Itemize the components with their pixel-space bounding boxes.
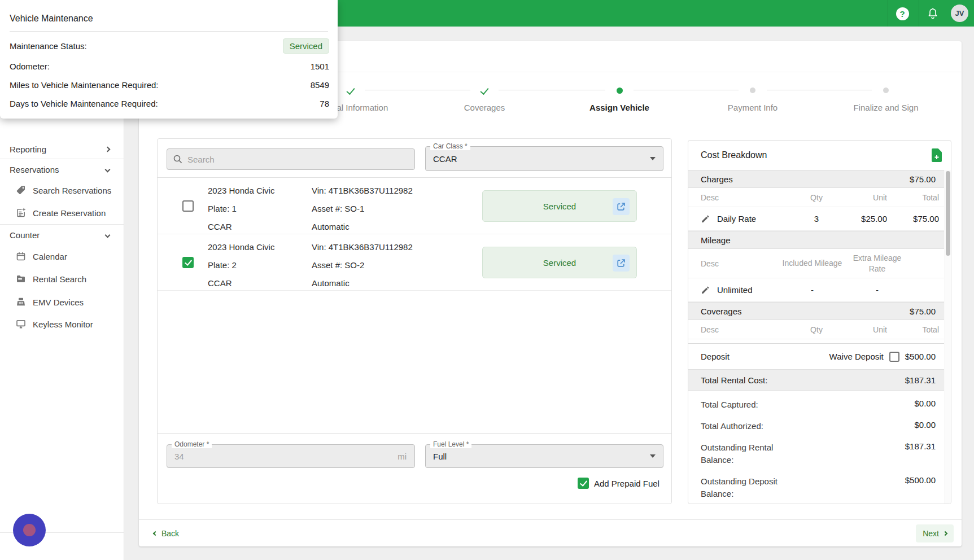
vehicle-vin: Vin: 4T1BK36B37U112982: [312, 182, 470, 200]
edit-pencil-icon[interactable]: [701, 285, 710, 295]
external-link-button[interactable]: [613, 198, 630, 215]
search-icon: [173, 154, 183, 164]
coverages-column-headers: Desc Qty Unit Total: [688, 320, 944, 339]
add-charge-button[interactable]: [931, 148, 943, 163]
header-separator: [919, 0, 919, 27]
deposit-amount: $500.00: [905, 352, 936, 361]
miles-to-maintenance-row: Miles to Vehicle Maintenance Required: 8…: [10, 80, 329, 90]
sidebar-item-keyless-monitor[interactable]: Keyless Monitor: [0, 314, 124, 334]
chevron-left-icon: [153, 531, 158, 536]
mileage-section-header: Mileage: [688, 231, 944, 249]
edit-pencil-icon[interactable]: [701, 214, 710, 224]
cost-breakdown-panel: Cost Breakdown Charges $75.00 Desc Qty U…: [688, 140, 951, 504]
app-screen: ? JV Reporting Reservations Search Reser…: [0, 0, 974, 560]
sidebar-item-counter[interactable]: Counter: [0, 225, 124, 244]
calendar-icon: [15, 251, 27, 262]
notifications-button[interactable]: [924, 5, 942, 23]
days-to-maintenance-row: Days to Vehicle Maintenance Required: 78: [10, 99, 329, 108]
spacer: [688, 339, 944, 343]
monitor-icon: [15, 318, 27, 330]
maintenance-status-row: Maintenance Status: Serviced: [10, 38, 329, 54]
maintenance-status-button[interactable]: Serviced: [482, 190, 637, 222]
vehicle-row[interactable]: 2023 Honda Civic Plate: 2 CCAR Vin: 4T1B…: [158, 234, 671, 291]
prepaid-fuel-checkbox[interactable]: [578, 478, 589, 489]
record-dot-icon: [23, 524, 36, 536]
charge-row-daily-rate: Daily Rate 3 $25.00 $75.00: [688, 207, 944, 231]
vehicle-asset: Asset #: SO-1: [312, 200, 470, 218]
sidebar-item-rental-search[interactable]: Rental Search: [0, 269, 124, 288]
status-badge: Serviced: [283, 38, 329, 54]
maintenance-status-button[interactable]: Serviced: [482, 247, 637, 278]
external-link-button[interactable]: [613, 255, 630, 272]
charges-total: $75.00: [910, 174, 936, 184]
vehicle-checkbox[interactable]: [182, 200, 194, 212]
pending-step-dot: [883, 88, 889, 93]
back-button[interactable]: Back: [147, 524, 186, 542]
sidebar-item-reservations[interactable]: Reservations: [0, 160, 124, 179]
outstanding-rental-balance-row: Outstanding Rental Balance: $187.31: [688, 437, 944, 471]
vehicle-vin: Vin: 4T1BK36B37U112982: [312, 238, 470, 256]
header-separator: [888, 0, 888, 27]
vehicle-row[interactable]: 2023 Honda Civic Plate: 1 CCAR Vin: 4T1B…: [158, 178, 671, 234]
avatar[interactable]: JV: [951, 5, 968, 22]
chevron-right-icon: [105, 146, 111, 152]
sidebar-item-search-reservations[interactable]: Search Reservations: [0, 181, 124, 200]
step-assign-vehicle[interactable]: Assign Vehicle: [563, 82, 676, 112]
outstanding-deposit-balance-row: Outstanding Deposit Balance: $500.00: [688, 471, 944, 504]
pending-step-dot: [750, 88, 755, 93]
charges-section-header: Charges $75.00: [688, 170, 944, 188]
step-payment-info[interactable]: Payment Info: [696, 82, 809, 112]
vehicle-plate: Plate: 2: [208, 256, 309, 274]
deposit-row: Deposit Waive Deposit $500.00: [688, 343, 944, 369]
mileage-row-unlimited: Unlimited - -: [688, 278, 944, 302]
vehicle-checkbox[interactable]: [182, 257, 194, 268]
document-plus-icon: [15, 207, 27, 218]
vehicle-list: 2023 Honda Civic Plate: 1 CCAR Vin: 4T1B…: [158, 177, 671, 434]
odometer-field[interactable]: Odometer * 34 mi: [167, 444, 415, 468]
footer-divider: [139, 519, 962, 520]
help-button[interactable]: ?: [893, 5, 911, 23]
odometer-unit: mi: [398, 445, 407, 467]
sidebar-item-create-reservation[interactable]: Create Reservation: [0, 203, 124, 222]
chevron-right-icon: [943, 531, 947, 536]
tag-icon: [15, 185, 27, 196]
waive-deposit-checkbox[interactable]: [889, 352, 899, 362]
total-authorized-row: Total Authorized: $0.00: [688, 415, 944, 437]
help-icon: ?: [896, 7, 909, 20]
vehicle-class: CCAR: [208, 218, 309, 236]
total-rental-cost-row: Total Rental Cost: $187.31: [688, 369, 944, 391]
scrollbar-thumb[interactable]: [946, 171, 950, 256]
scrollbar-track[interactable]: [945, 170, 951, 504]
coverages-section-header: Coverages $75.00: [688, 302, 944, 320]
sidebar-item-calendar[interactable]: Calendar: [0, 247, 124, 266]
active-step-dot: [617, 88, 623, 94]
chevron-down-icon: [105, 232, 111, 238]
vehicle-transmission: Automatic: [312, 274, 470, 292]
vehicle-search[interactable]: [167, 148, 415, 170]
search-input[interactable]: [187, 155, 402, 164]
sidebar-item-reporting[interactable]: Reporting: [0, 139, 124, 159]
vehicle-assignment-panel: Car Class * CCAR 2023 Honda Civic Plate:…: [157, 138, 672, 504]
fuel-level-select[interactable]: Fuel Level * Full: [425, 444, 663, 468]
coverages-total: $75.00: [910, 307, 936, 316]
waive-deposit-label: Waive Deposit: [829, 352, 884, 361]
check-icon: [480, 86, 488, 95]
popup-title: Vehicle Maintenance: [10, 0, 328, 24]
cost-breakdown-title: Cost Breakdown: [701, 150, 767, 160]
intercom-fab-button[interactable]: [13, 514, 46, 546]
charges-column-headers: Desc Qty Unit Total: [688, 188, 944, 207]
next-button[interactable]: Next: [916, 524, 954, 542]
vehicle-asset: Asset #: SO-2: [312, 256, 470, 274]
chevron-down-icon: [105, 167, 111, 172]
sidebar-item-emv-devices[interactable]: EMV Devices: [0, 292, 124, 312]
step-coverages[interactable]: Coverages: [428, 82, 541, 112]
dropdown-caret-icon: [650, 454, 656, 458]
step-finalize-and-sign[interactable]: Finalize and Sign: [829, 82, 942, 112]
vehicle-model: 2023 Honda Civic: [208, 238, 309, 256]
dropdown-caret-icon: [650, 157, 656, 160]
add-prepaid-fuel-toggle[interactable]: Add Prepaid Fuel: [578, 478, 659, 489]
car-class-select[interactable]: Car Class * CCAR: [425, 146, 663, 171]
deposit-label: Deposit: [701, 352, 829, 361]
vehicle-plate: Plate: 1: [208, 200, 309, 218]
vehicle-transmission: Automatic: [312, 218, 470, 236]
